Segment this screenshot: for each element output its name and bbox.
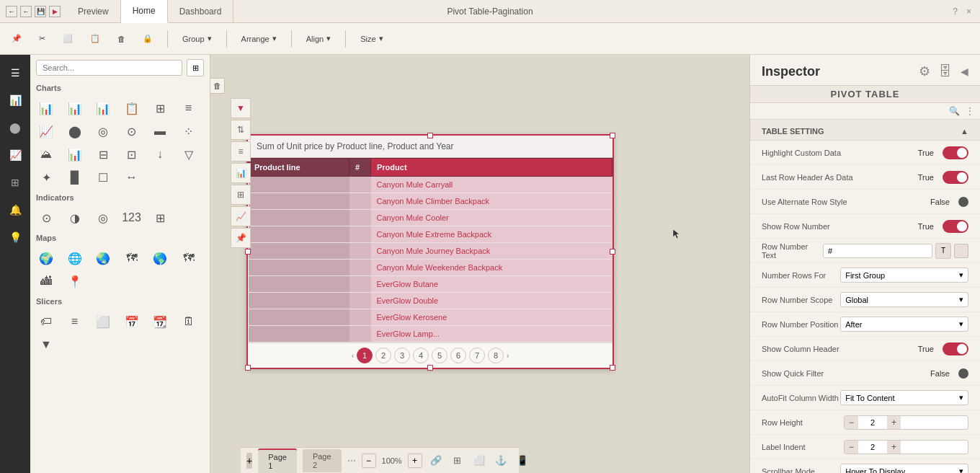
add-page-btn[interactable]: +: [246, 453, 252, 469]
collapse-section-icon[interactable]: ▲: [961, 127, 968, 136]
chart-bullet[interactable]: ▬: [150, 121, 170, 141]
chart-table[interactable]: 📋: [122, 98, 142, 118]
slicer-toggle[interactable]: ⬜: [93, 311, 113, 332]
chart-area[interactable]: ⛰: [36, 144, 56, 164]
copy-btn[interactable]: ⬜: [57, 31, 79, 46]
filter-tool[interactable]: ▼: [231, 98, 251, 118]
map-city[interactable]: 🏙: [36, 271, 56, 291]
tab-home[interactable]: Home: [121, 0, 168, 23]
handle-ml[interactable]: [245, 249, 251, 255]
delete-btn[interactable]: 🗑: [112, 32, 131, 46]
arrange-btn[interactable]: Arrange ▾: [236, 31, 282, 46]
handle-bl[interactable]: [245, 365, 251, 371]
inspector-search-icon[interactable]: 🔍: [949, 106, 960, 116]
page-btn-6[interactable]: 6: [450, 348, 466, 363]
table-tool[interactable]: ⊞: [231, 185, 251, 205]
lock-btn[interactable]: 🔒: [137, 31, 159, 46]
chart-treemap[interactable]: ⊟: [93, 144, 113, 164]
row-height-minus-btn[interactable]: −: [845, 416, 858, 429]
map-bubble[interactable]: 🌏: [93, 248, 113, 268]
chart-sankey[interactable]: ↔: [122, 167, 142, 187]
label-indent-minus-btn[interactable]: −: [845, 441, 858, 454]
ind-speedometer[interactable]: ⊙: [36, 208, 56, 228]
search-input[interactable]: [36, 60, 182, 76]
number-rows-select[interactable]: First Group ▾: [840, 268, 968, 283]
handle-bm[interactable]: [427, 365, 433, 371]
show-row-number-toggle[interactable]: [943, 220, 968, 233]
group-btn[interactable]: Group ▾: [177, 31, 218, 46]
chart-bar3[interactable]: 📊: [93, 98, 113, 118]
last-row-toggle[interactable]: [943, 171, 968, 184]
chart-box[interactable]: ☐: [93, 167, 113, 187]
chart-hbar[interactable]: ≡: [179, 98, 199, 118]
map-choropleth[interactable]: 🗺: [122, 248, 142, 268]
map-pin[interactable]: 📍: [65, 271, 85, 291]
copy-bottom-icon[interactable]: ⬜: [471, 453, 487, 469]
ind-ring[interactable]: ◎: [93, 208, 113, 228]
autofit-col-select[interactable]: Fit To Content ▾: [840, 390, 968, 405]
chart-heatmap[interactable]: ⊡: [122, 144, 142, 164]
size-btn[interactable]: Size ▾: [355, 31, 388, 46]
page-btn-1[interactable]: 1: [357, 348, 373, 363]
inspector-more-icon[interactable]: ⋮: [966, 106, 974, 116]
tab-dashboard[interactable]: Dashboard: [168, 0, 234, 23]
help-icon[interactable]: ?: [953, 6, 958, 17]
show-quick-filter-toggle[interactable]: [958, 368, 968, 379]
pin-tool[interactable]: 📌: [231, 228, 251, 248]
slicer-list[interactable]: ≡: [65, 311, 85, 332]
minimize-btn[interactable]: ←: [6, 6, 17, 17]
inspector-database-icon[interactable]: 🗄: [939, 64, 952, 79]
chart-bar2[interactable]: 📊: [65, 98, 85, 118]
chart-histogram[interactable]: █: [65, 167, 85, 187]
chart-tool[interactable]: 📊: [231, 163, 251, 183]
pin-btn[interactable]: 📌: [6, 31, 27, 46]
play-btn[interactable]: ▶: [49, 6, 61, 17]
handle-mr[interactable]: [610, 249, 615, 255]
translate-btn[interactable]: T: [935, 243, 951, 259]
more-options-icon[interactable]: ⋯: [347, 456, 356, 466]
page-btn-2[interactable]: 2: [375, 348, 391, 363]
chart-bar[interactable]: 📊: [36, 98, 56, 118]
ind-arc[interactable]: ◑: [65, 208, 85, 228]
slicer-filter[interactable]: ▼: [36, 335, 56, 355]
align-btn[interactable]: Align ▾: [300, 31, 337, 46]
inspector-collapse-icon[interactable]: ◀: [961, 66, 968, 77]
tab-preview[interactable]: Preview: [66, 0, 121, 23]
back-btn[interactable]: ←: [20, 6, 32, 17]
page-tab-1[interactable]: Page 1: [258, 448, 297, 473]
page-btn-3[interactable]: 3: [394, 348, 410, 363]
page-btn-4[interactable]: 4: [413, 348, 429, 363]
row-height-plus-btn[interactable]: +: [887, 416, 901, 429]
paste-btn[interactable]: 📋: [84, 31, 106, 46]
trash2-icon[interactable]: 🗑: [210, 78, 225, 94]
canvas-area[interactable]: ✏ ⤢ 💬 → ⬜ 🗑 Sum of Unit price by Product…: [210, 55, 749, 473]
grid-view-btn[interactable]: ⊞: [187, 59, 204, 76]
scrollbar-mode-select[interactable]: Hover To Display ▾: [840, 464, 968, 473]
map-world[interactable]: 🌍: [36, 248, 56, 268]
chart-line[interactable]: 📈: [36, 121, 56, 141]
save-btn[interactable]: 💾: [35, 6, 46, 17]
highlight-toggle[interactable]: [943, 146, 968, 159]
sidebar-chart-icon[interactable]: 📊: [3, 88, 27, 112]
ind-kpi[interactable]: ⊞: [150, 208, 170, 228]
handle-tr[interactable]: [610, 133, 615, 138]
zoom-in-btn[interactable]: +: [408, 454, 422, 468]
map-dot[interactable]: 🌎: [150, 248, 170, 268]
chart-scatter[interactable]: ⁘: [179, 121, 199, 141]
handle-tm[interactable]: [427, 133, 433, 138]
map-region[interactable]: 🌐: [65, 248, 85, 268]
handle-br[interactable]: [610, 365, 615, 371]
sort-tool[interactable]: ⇅: [231, 120, 251, 140]
alternate-row-toggle[interactable]: [958, 197, 968, 207]
page-btn-8[interactable]: 8: [488, 348, 504, 363]
chart-radar[interactable]: ✦: [36, 167, 56, 187]
grid-bottom-icon[interactable]: ⊞: [450, 453, 466, 469]
list-tool[interactable]: ≡: [231, 141, 251, 162]
sidebar-grid-icon[interactable]: ⊞: [3, 170, 27, 195]
slicer-tag[interactable]: 🏷: [36, 311, 56, 332]
page-btn-5[interactable]: 5: [432, 348, 447, 363]
page-next-btn[interactable]: ›: [507, 352, 509, 360]
chart-donut[interactable]: ◎: [93, 121, 113, 141]
label-indent-field[interactable]: [858, 441, 887, 453]
anchor-bottom-icon[interactable]: ⚓: [493, 453, 509, 469]
